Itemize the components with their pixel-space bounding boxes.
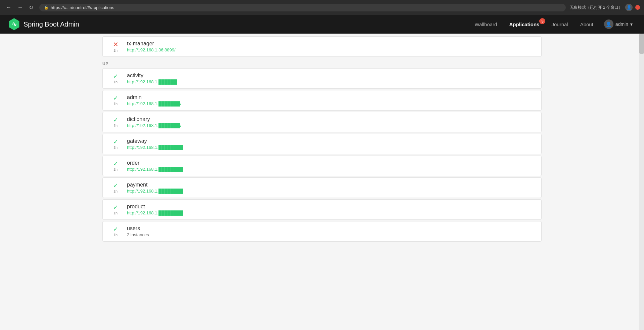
app-card-product[interactable]: ✓ 1h product http://192.168.1.████████ — [102, 199, 542, 220]
forward-button[interactable]: → — [15, 4, 25, 11]
page-content: ✕ 1h tx-manager http://192.168.1.36:8899… — [0, 34, 644, 330]
app-info-dictionary: dictionary http://192.168.1.███████/ — [127, 116, 535, 128]
status-icon-up-admin: ✓ — [113, 95, 118, 101]
back-button[interactable]: ← — [4, 4, 13, 11]
status-icon-up-payment: ✓ — [113, 182, 118, 189]
nav-applications[interactable]: Applications 5 — [504, 19, 544, 30]
app-name-gateway: gateway — [127, 138, 535, 144]
app-url-admin: http://192.168.1.███████/ — [127, 101, 535, 106]
time-label-activity: 1h — [113, 80, 118, 84]
app-name-users: users — [127, 225, 535, 232]
apps-container: ✕ 1h tx-manager http://192.168.1.36:8899… — [97, 34, 547, 246]
browser-right: 无痕模式（已打开 2 个窗口） 👤 — [570, 4, 640, 11]
app-name-activity: activity — [127, 73, 535, 79]
nav-links: Wallboard Applications 5 Journal About 👤… — [470, 17, 636, 31]
status-area-payment: ✓ 1h — [109, 182, 122, 193]
brand[interactable]: Spring Boot Admin — [8, 18, 79, 30]
status-area-order: ✓ 1h — [109, 161, 122, 171]
status-icon-up-users: ✓ — [113, 226, 118, 232]
app-name-product: product — [127, 204, 535, 210]
browser-chrome: ← → ↻ 🔒 https://c...n/control/#/applicat… — [0, 0, 644, 15]
url-text: https://c...n/control/#/applications — [51, 5, 114, 10]
app-name-admin: admin — [127, 94, 535, 100]
time-label-payment: 1h — [113, 189, 118, 193]
app-info-admin: admin http://192.168.1.███████/ — [127, 94, 535, 106]
app-card-activity[interactable]: ✓ 1h activity http://192.168.1.██████ — [102, 68, 542, 89]
app-info-tx-manager: tx-manager http://192.168.1.36:8899/ — [127, 41, 535, 52]
app-name-tx-manager: tx-manager — [127, 41, 535, 47]
app-instances-users: 2 instances — [127, 232, 535, 237]
status-area-gateway: ✓ 1h — [109, 139, 122, 150]
app-card-order[interactable]: ✓ 1h order http://192.168.1.████████ — [102, 156, 542, 176]
app-url-gateway: http://192.168.1.████████ — [127, 145, 535, 150]
app-url-product: http://192.168.1.████████ — [127, 210, 535, 215]
app-url-payment: http://192.168.1.████████ — [127, 189, 535, 194]
time-label-tx-manager: 1h — [113, 48, 118, 52]
nav-journal[interactable]: Journal — [547, 19, 572, 30]
time-label-gateway: 1h — [113, 146, 118, 150]
nav-about[interactable]: About — [576, 19, 598, 30]
incognito-text: 无痕模式（已打开 2 个窗口） — [570, 5, 623, 10]
time-label-order: 1h — [113, 167, 118, 171]
app-url-dictionary: http://192.168.1.███████/ — [127, 123, 535, 128]
status-icon-up-order: ✓ — [113, 161, 118, 167]
app-info-payment: payment http://192.168.1.████████ — [127, 182, 535, 194]
app-navbar: Spring Boot Admin Wallboard Applications… — [0, 15, 644, 34]
time-label-product: 1h — [113, 211, 118, 215]
app-card-admin[interactable]: ✓ 1h admin http://192.168.1.███████/ — [102, 90, 542, 111]
nav-wallboard[interactable]: Wallboard — [470, 19, 502, 30]
applications-badge: 5 — [539, 18, 545, 24]
app-info-users: users 2 instances — [127, 225, 535, 237]
user-name: admin — [615, 22, 628, 27]
status-icon-up-dictionary: ✓ — [113, 117, 118, 123]
time-label-admin: 1h — [113, 102, 118, 106]
browser-user-icon: 👤 — [625, 4, 633, 11]
app-info-gateway: gateway http://192.168.1.████████ — [127, 138, 535, 150]
app-card-payment[interactable]: ✓ 1h payment http://192.168.1.████████ — [102, 177, 542, 198]
app-card-gateway[interactable]: ✓ 1h gateway http://192.168.1.████████ — [102, 134, 542, 154]
user-menu[interactable]: 👤 admin ▾ — [601, 17, 636, 31]
status-area-product: ✓ 1h — [109, 204, 122, 215]
status-icon-up-gateway: ✓ — [113, 139, 118, 145]
status-area-dictionary: ✓ 1h — [109, 117, 122, 128]
status-icon-up-product: ✓ — [113, 204, 118, 210]
app-info-activity: activity http://192.168.1.██████ — [127, 73, 535, 84]
time-label-users: 1h — [113, 233, 118, 237]
app-url-tx-manager: http://192.168.1.36:8899/ — [127, 47, 535, 52]
status-icon-down: ✕ — [113, 41, 119, 48]
app-name-order: order — [127, 160, 535, 166]
user-avatar-icon: 👤 — [604, 19, 613, 29]
brand-logo-icon — [8, 18, 20, 30]
status-icon-up-activity: ✓ — [113, 73, 118, 79]
app-card-users[interactable]: ✓ 1h users 2 instances — [102, 221, 542, 242]
status-area-activity: ✓ 1h — [109, 73, 122, 84]
browser-nav[interactable]: ← → ↻ — [4, 4, 35, 11]
status-area-users: ✓ 1h — [109, 226, 122, 237]
app-name-dictionary: dictionary — [127, 116, 535, 122]
status-area-tx-manager: ✕ 1h — [109, 41, 122, 52]
app-info-product: product http://192.168.1.████████ — [127, 204, 535, 215]
reload-button[interactable]: ↻ — [27, 4, 35, 11]
time-label-dictionary: 1h — [113, 124, 118, 128]
browser-alert-dot — [635, 5, 640, 10]
lock-icon: 🔒 — [44, 5, 49, 10]
app-url-order: http://192.168.1.████████ — [127, 167, 535, 172]
brand-name: Spring Boot Admin — [24, 20, 79, 28]
scrollbar-thumb[interactable] — [639, 34, 644, 54]
user-dropdown-icon: ▾ — [630, 22, 633, 27]
app-card-dictionary[interactable]: ✓ 1h dictionary http://192.168.1.███████… — [102, 112, 542, 132]
app-url-activity: http://192.168.1.██████ — [127, 79, 535, 84]
address-bar[interactable]: 🔒 https://c...n/control/#/applications — [39, 4, 566, 11]
up-section-label: UP — [102, 58, 542, 68]
app-card-tx-manager[interactable]: ✕ 1h tx-manager http://192.168.1.36:8899… — [102, 36, 542, 57]
app-info-order: order http://192.168.1.████████ — [127, 160, 535, 172]
scrollbar-track[interactable] — [639, 34, 644, 330]
status-area-admin: ✓ 1h — [109, 95, 122, 106]
app-name-payment: payment — [127, 182, 535, 188]
